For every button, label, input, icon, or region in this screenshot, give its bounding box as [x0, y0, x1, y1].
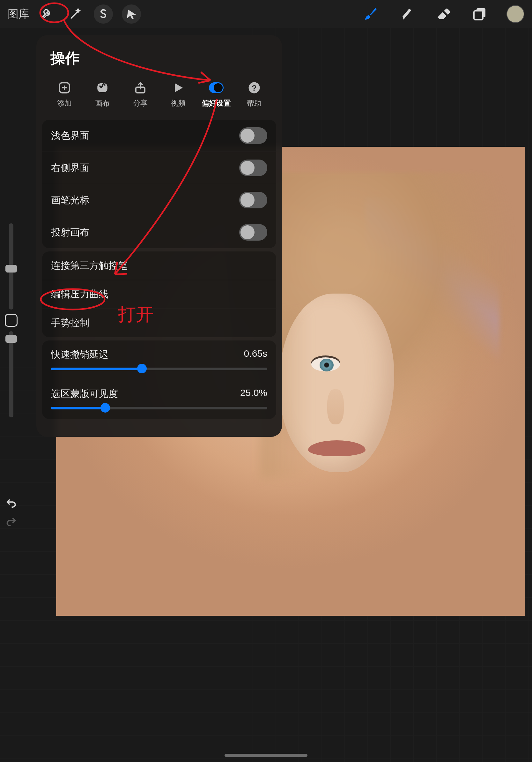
- svg-text:?: ?: [252, 84, 256, 92]
- select-s-icon[interactable]: [94, 4, 113, 24]
- row-label: 连接第三方触控笔: [51, 259, 128, 272]
- top-toolbar: 图库: [0, 0, 532, 28]
- undo-button[interactable]: [4, 496, 18, 510]
- tab-label: 画布: [95, 98, 110, 108]
- toggle-switch[interactable]: [239, 192, 267, 208]
- slider-value: 25.0%: [240, 387, 267, 401]
- layers-icon[interactable]: [470, 4, 489, 24]
- svg-rect-1: [474, 11, 483, 20]
- row-label: 编辑压力曲线: [51, 288, 108, 301]
- tab-share[interactable]: 分享: [121, 80, 159, 108]
- selection-mask-visibility[interactable]: 选区蒙版可见度 25.0%: [42, 380, 276, 419]
- popover-title: 操作: [36, 48, 282, 75]
- prefs-sliders-group: 快速撤销延迟 0.65s 选区蒙版可见度 25.0%: [42, 341, 276, 419]
- toggle-switch[interactable]: [239, 127, 267, 144]
- gallery-button[interactable]: 图库: [8, 7, 29, 21]
- brush-icon[interactable]: [361, 4, 380, 24]
- pref-project-canvas[interactable]: 投射画布: [42, 216, 276, 248]
- row-label: 手势控制: [51, 317, 89, 330]
- pref-brush-cursor[interactable]: 画笔光标: [42, 184, 276, 216]
- tab-label: 偏好设置: [202, 98, 231, 108]
- tab-video[interactable]: 视频: [159, 80, 197, 108]
- row-label: 浅色界面: [51, 129, 89, 142]
- wrench-icon[interactable]: [37, 4, 57, 24]
- toggle-icon: [209, 82, 224, 93]
- prefs-toggles-group: 浅色界面 右侧界面 画笔光标 投射画布: [42, 120, 276, 248]
- slider-label: 选区蒙版可见度: [51, 387, 118, 401]
- toggle-switch[interactable]: [239, 160, 267, 176]
- toggle-switch[interactable]: [239, 224, 267, 241]
- pref-right-interface[interactable]: 右侧界面: [42, 152, 276, 184]
- modify-button[interactable]: [5, 314, 18, 327]
- pref-light-interface[interactable]: 浅色界面: [42, 120, 276, 152]
- home-indicator: [225, 754, 307, 757]
- brush-size-slider[interactable]: [9, 223, 13, 310]
- brush-opacity-slider[interactable]: [9, 331, 13, 418]
- eraser-icon[interactable]: [434, 4, 453, 24]
- tab-label: 分享: [133, 98, 148, 108]
- actions-popover: 操作 添加 画布 分享 视频 偏好设置 ? 帮助 浅色界面: [36, 35, 282, 437]
- row-label: 右侧界面: [51, 162, 89, 175]
- smudge-icon[interactable]: [397, 4, 417, 24]
- tab-help[interactable]: ? 帮助: [235, 80, 273, 108]
- redo-button[interactable]: [4, 515, 18, 529]
- left-sidebar: [0, 223, 22, 552]
- tab-label: 帮助: [247, 98, 262, 108]
- pref-pressure-curve[interactable]: 编辑压力曲线: [42, 280, 276, 309]
- tab-prefs[interactable]: 偏好设置: [197, 80, 235, 108]
- rapid-undo-delay[interactable]: 快速撤销延迟 0.65s: [42, 341, 276, 380]
- tab-label: 添加: [57, 98, 72, 108]
- wand-icon[interactable]: [66, 4, 85, 24]
- color-swatch[interactable]: [506, 5, 524, 23]
- pref-gesture-controls[interactable]: 手势控制: [42, 309, 276, 337]
- cursor-arrow-icon[interactable]: [122, 4, 141, 24]
- pref-connect-stylus[interactable]: 连接第三方触控笔: [42, 252, 276, 280]
- popover-tabs: 添加 画布 分享 视频 偏好设置 ? 帮助: [36, 75, 282, 116]
- tab-label: 视频: [171, 98, 186, 108]
- tab-add[interactable]: 添加: [45, 80, 83, 108]
- row-label: 画笔光标: [51, 194, 89, 207]
- slider-value: 0.65s: [244, 348, 267, 361]
- row-label: 投射画布: [51, 226, 89, 239]
- prefs-links-group: 连接第三方触控笔 编辑压力曲线 手势控制: [42, 252, 276, 337]
- slider-label: 快速撤销延迟: [51, 348, 108, 361]
- tab-canvas[interactable]: 画布: [83, 80, 121, 108]
